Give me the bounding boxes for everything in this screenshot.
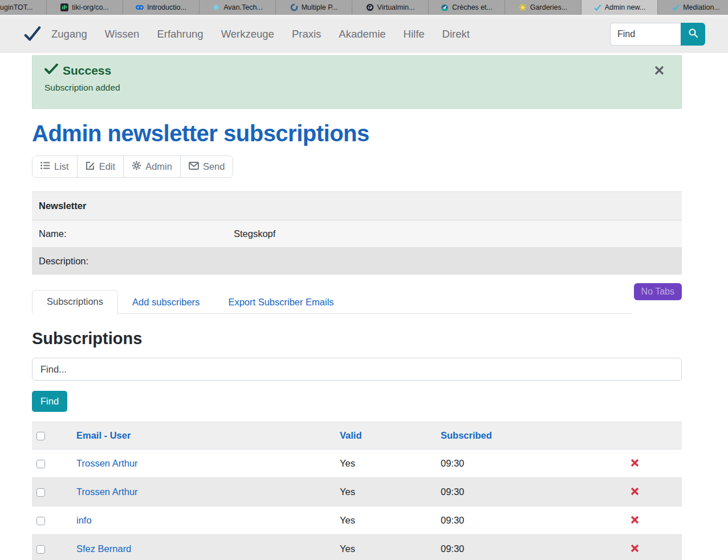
select-all-checkbox[interactable] xyxy=(36,432,45,440)
nav-item-erfahrung[interactable]: Erfahrung xyxy=(157,28,203,40)
nav-item-hilfe[interactable]: Hilfe xyxy=(404,28,425,40)
browser-tab[interactable]: Avan.Tech... xyxy=(200,0,276,15)
alert-title: Success xyxy=(63,64,111,77)
browser-tab[interactable]: uginTOT... xyxy=(0,0,47,15)
delete-subscription-button[interactable] xyxy=(629,514,640,525)
browser-tabstrip: uginTOT... tiki-org/co... Introductio...… xyxy=(0,0,728,15)
nav-item-zugang[interactable]: Zugang xyxy=(51,28,87,40)
edit-button[interactable]: Edit xyxy=(78,156,124,177)
subscribed-cell: 09:30 xyxy=(436,535,588,560)
send-button[interactable]: Send xyxy=(181,156,233,177)
browser-tab-title: Introductio... xyxy=(147,3,186,11)
subscriptions-heading: Subscriptions xyxy=(32,329,682,348)
subscriptions-table: Email - User Valid Subscribed Trossen Ar… xyxy=(32,422,682,560)
navbar-search-input[interactable] xyxy=(610,23,681,46)
browser-tab-title: uginTOT... xyxy=(0,3,32,11)
delete-subscription-button[interactable] xyxy=(629,486,640,497)
globe-icon xyxy=(441,3,449,11)
subscribed-cell: 09:30 xyxy=(436,478,588,506)
search-icon xyxy=(688,28,698,40)
row-checkbox[interactable] xyxy=(36,488,45,497)
nav-item-wissen[interactable]: Wissen xyxy=(105,28,140,40)
nav-item-werkzeuge[interactable]: Werkzeuge xyxy=(221,28,274,40)
delete-x-icon xyxy=(631,460,639,469)
column-header-email-user[interactable]: Email - User xyxy=(76,430,131,440)
subscriber-link[interactable]: info xyxy=(76,515,92,525)
tab-add-subscribers[interactable]: Add subscribers xyxy=(118,291,214,314)
browser-tab-active[interactable]: Admin new... xyxy=(581,0,658,15)
row-checkbox[interactable] xyxy=(36,517,45,525)
screen: uginTOT... tiki-org/co... Introductio...… xyxy=(0,0,728,560)
browser-tab[interactable]: Mediation... xyxy=(658,0,728,15)
table-row: Trossen Arthur Yes 09:30 xyxy=(32,449,682,478)
tiki-blue-diamond-icon xyxy=(212,3,220,11)
browser-tab-title: Multiple P... xyxy=(302,3,338,11)
delete-subscription-button[interactable] xyxy=(629,457,640,468)
envelope-icon xyxy=(189,161,199,172)
nav-item-akademie[interactable]: Akademie xyxy=(339,28,385,40)
site-navbar: Zugang Wissen Erfahrung Werkzeuge Praxis… xyxy=(0,15,728,53)
browser-tab[interactable]: tiki-org/co... xyxy=(47,0,123,15)
newsletter-name-value: Stegskopf xyxy=(234,220,682,247)
subscriber-link[interactable]: Trossen Arthur xyxy=(76,487,138,497)
browser-tab[interactable]: Introductio... xyxy=(123,0,200,15)
success-check-icon xyxy=(44,63,58,77)
newsletter-name-row: Name: Stegskopf xyxy=(32,220,682,248)
newsletter-info-table: Newsletter Name: Stegskopf Description: xyxy=(32,191,682,275)
list-icon xyxy=(40,161,50,172)
valid-cell: Yes xyxy=(335,535,436,560)
site-logo-check-icon[interactable] xyxy=(24,26,41,42)
alert-message: Subscription added xyxy=(44,83,654,93)
tab-export-subscriber-emails[interactable]: Export Subscriber Emails xyxy=(214,291,348,314)
gear-icon xyxy=(132,161,141,173)
success-alert: Success Subscription added xyxy=(32,55,682,109)
meta-icon xyxy=(136,3,144,11)
table-row: info Yes 09:30 xyxy=(32,506,682,535)
newsletter-description-row: Description: xyxy=(32,248,682,275)
list-button[interactable]: List xyxy=(32,156,78,177)
browser-tab-title: Avan.Tech... xyxy=(223,3,263,11)
tabs-nav: Subscriptions Add subscribers Export Sub… xyxy=(32,289,632,314)
main-content: Success Subscription added Admin newslet… xyxy=(32,55,682,560)
delete-x-icon xyxy=(631,546,639,554)
edit-button-label: Edit xyxy=(99,161,115,172)
tabs-row: Subscriptions Add subscribers Export Sub… xyxy=(32,289,682,314)
navbar-search xyxy=(610,23,705,46)
browser-tab[interactable]: Virtualmin... xyxy=(352,0,429,15)
find-button[interactable]: Find xyxy=(32,391,67,412)
column-header-valid[interactable]: Valid xyxy=(340,430,362,440)
navbar-search-button[interactable] xyxy=(681,23,705,46)
valid-cell: Yes xyxy=(335,449,436,478)
table-header-row: Email - User Valid Subscribed xyxy=(32,422,682,449)
alert-close-button[interactable] xyxy=(653,64,666,77)
checkmark-favicon xyxy=(672,3,680,11)
find-input[interactable] xyxy=(32,358,682,381)
alert-heading: Success xyxy=(44,63,654,77)
delete-subscription-button[interactable] xyxy=(629,543,640,554)
browser-tab[interactable]: Multiple P... xyxy=(276,0,352,15)
checkmark-favicon xyxy=(593,3,601,11)
column-header-subscribed[interactable]: Subscribed xyxy=(441,430,492,440)
nav-item-praxis[interactable]: Praxis xyxy=(292,28,321,40)
subscriber-link[interactable]: Sfez Bernard xyxy=(76,543,131,554)
newsletter-name-label: Name: xyxy=(32,220,234,247)
browser-tab-title: Admin new... xyxy=(605,3,646,11)
nav-item-direkt[interactable]: Direkt xyxy=(442,28,470,40)
no-tabs-button[interactable]: No Tabs xyxy=(634,283,682,300)
tab-subscriptions[interactable]: Subscriptions xyxy=(32,290,118,314)
admin-button[interactable]: Admin xyxy=(124,156,181,177)
browser-tab-title: Mediation... xyxy=(683,3,720,11)
row-checkbox[interactable] xyxy=(36,545,45,554)
valid-cell: Yes xyxy=(335,506,436,535)
browser-tab-title: Virtualmin... xyxy=(377,3,415,11)
browser-tab[interactable]: Garderies... xyxy=(505,0,581,15)
delete-x-icon xyxy=(631,489,639,497)
toolbar-button-group: List Edit Admin Send xyxy=(32,156,233,178)
browser-tab[interactable]: Crèches et... xyxy=(429,0,505,15)
subscribed-cell: 09:30 xyxy=(436,449,588,478)
row-checkbox[interactable] xyxy=(36,460,45,468)
browser-tab-title: Garderies... xyxy=(530,3,567,11)
admin-button-label: Admin xyxy=(145,161,172,172)
tiki-dark-icon xyxy=(60,3,68,11)
subscriber-link[interactable]: Trossen Arthur xyxy=(76,458,138,468)
